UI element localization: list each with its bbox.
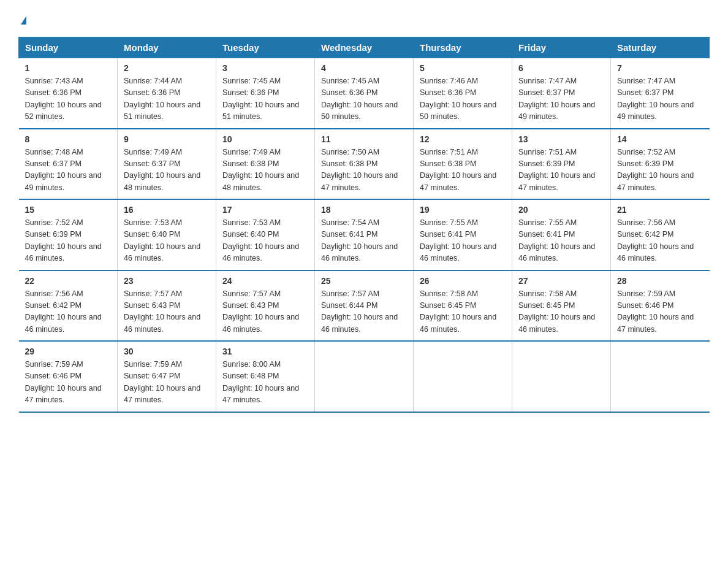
- week-row-1: 1 Sunrise: 7:43 AM Sunset: 6:36 PM Dayli…: [19, 58, 710, 129]
- day-number: 22: [25, 276, 112, 286]
- day-cell: [512, 341, 611, 412]
- day-info: Sunrise: 7:58 AM Sunset: 6:45 PM Dayligh…: [518, 288, 604, 336]
- day-cell: 4 Sunrise: 7:45 AM Sunset: 6:36 PM Dayli…: [315, 58, 414, 129]
- day-cell: 18 Sunrise: 7:54 AM Sunset: 6:41 PM Dayl…: [315, 199, 414, 270]
- day-number: 8: [25, 134, 112, 144]
- day-number: 2: [124, 63, 210, 73]
- day-info: Sunrise: 7:57 AM Sunset: 6:43 PM Dayligh…: [222, 288, 308, 336]
- day-number: 11: [321, 134, 407, 144]
- header-row: SundayMondayTuesdayWednesdayThursdayFrid…: [19, 37, 710, 58]
- day-cell: 9 Sunrise: 7:49 AM Sunset: 6:37 PM Dayli…: [118, 129, 216, 200]
- day-cell: 13 Sunrise: 7:51 AM Sunset: 6:39 PM Dayl…: [512, 129, 611, 200]
- header-friday: Friday: [512, 37, 611, 58]
- day-cell: 28 Sunrise: 7:59 AM Sunset: 6:46 PM Dayl…: [611, 270, 710, 342]
- day-info: Sunrise: 7:43 AM Sunset: 6:36 PM Dayligh…: [25, 75, 112, 123]
- day-number: 15: [25, 205, 112, 215]
- day-number: 9: [124, 134, 210, 144]
- day-number: 21: [617, 205, 703, 215]
- header-tuesday: Tuesday: [216, 37, 315, 58]
- header-saturday: Saturday: [611, 37, 710, 58]
- day-info: Sunrise: 7:47 AM Sunset: 6:37 PM Dayligh…: [617, 75, 703, 123]
- day-cell: 11 Sunrise: 7:50 AM Sunset: 6:38 PM Dayl…: [315, 129, 414, 200]
- day-cell: 20 Sunrise: 7:55 AM Sunset: 6:41 PM Dayl…: [512, 199, 611, 270]
- week-row-2: 8 Sunrise: 7:48 AM Sunset: 6:37 PM Dayli…: [19, 129, 710, 200]
- day-info: Sunrise: 8:00 AM Sunset: 6:48 PM Dayligh…: [222, 359, 308, 407]
- day-cell: 22 Sunrise: 7:56 AM Sunset: 6:42 PM Dayl…: [19, 270, 118, 342]
- day-info: Sunrise: 7:47 AM Sunset: 6:37 PM Dayligh…: [518, 75, 604, 123]
- day-cell: 2 Sunrise: 7:44 AM Sunset: 6:36 PM Dayli…: [118, 58, 216, 129]
- day-cell: [315, 341, 414, 412]
- day-number: 26: [420, 276, 506, 286]
- day-cell: 27 Sunrise: 7:58 AM Sunset: 6:45 PM Dayl…: [512, 270, 611, 342]
- day-cell: 21 Sunrise: 7:56 AM Sunset: 6:42 PM Dayl…: [611, 199, 710, 270]
- day-number: 25: [321, 276, 407, 286]
- day-info: Sunrise: 7:48 AM Sunset: 6:37 PM Dayligh…: [25, 147, 112, 194]
- day-info: Sunrise: 7:56 AM Sunset: 6:42 PM Dayligh…: [617, 217, 703, 265]
- logo: [18, 12, 26, 25]
- header-sunday: Sunday: [19, 37, 118, 58]
- day-info: Sunrise: 7:54 AM Sunset: 6:41 PM Dayligh…: [321, 217, 407, 265]
- day-number: 5: [420, 63, 506, 73]
- day-cell: 14 Sunrise: 7:52 AM Sunset: 6:39 PM Dayl…: [611, 129, 710, 200]
- day-number: 29: [25, 347, 112, 356]
- day-number: 17: [222, 205, 308, 215]
- day-cell: 3 Sunrise: 7:45 AM Sunset: 6:36 PM Dayli…: [216, 58, 315, 129]
- day-number: 18: [321, 205, 407, 215]
- day-info: Sunrise: 7:55 AM Sunset: 6:41 PM Dayligh…: [420, 217, 506, 265]
- day-info: Sunrise: 7:45 AM Sunset: 6:36 PM Dayligh…: [222, 75, 308, 123]
- day-number: 4: [321, 63, 407, 73]
- day-info: Sunrise: 7:59 AM Sunset: 6:47 PM Dayligh…: [124, 359, 210, 407]
- day-number: 31: [222, 347, 308, 356]
- day-info: Sunrise: 7:57 AM Sunset: 6:43 PM Dayligh…: [124, 288, 210, 336]
- day-info: Sunrise: 7:49 AM Sunset: 6:38 PM Dayligh…: [222, 147, 308, 194]
- page-header: [18, 12, 710, 25]
- day-cell: 30 Sunrise: 7:59 AM Sunset: 6:47 PM Dayl…: [118, 341, 216, 412]
- day-number: 16: [124, 205, 210, 215]
- day-number: 20: [518, 205, 604, 215]
- day-cell: 24 Sunrise: 7:57 AM Sunset: 6:43 PM Dayl…: [216, 270, 315, 342]
- calendar-body: 1 Sunrise: 7:43 AM Sunset: 6:36 PM Dayli…: [19, 58, 710, 412]
- day-cell: 1 Sunrise: 7:43 AM Sunset: 6:36 PM Dayli…: [19, 58, 118, 129]
- day-cell: 29 Sunrise: 7:59 AM Sunset: 6:46 PM Dayl…: [19, 341, 118, 412]
- header-monday: Monday: [118, 37, 216, 58]
- day-number: 12: [420, 134, 506, 144]
- day-info: Sunrise: 7:51 AM Sunset: 6:38 PM Dayligh…: [420, 147, 506, 194]
- day-cell: 23 Sunrise: 7:57 AM Sunset: 6:43 PM Dayl…: [118, 270, 216, 342]
- day-info: Sunrise: 7:57 AM Sunset: 6:44 PM Dayligh…: [321, 288, 407, 336]
- calendar-header: SundayMondayTuesdayWednesdayThursdayFrid…: [19, 37, 710, 58]
- day-cell: 12 Sunrise: 7:51 AM Sunset: 6:38 PM Dayl…: [414, 129, 512, 200]
- day-number: 6: [518, 63, 604, 73]
- day-info: Sunrise: 7:58 AM Sunset: 6:45 PM Dayligh…: [420, 288, 506, 336]
- day-cell: 7 Sunrise: 7:47 AM Sunset: 6:37 PM Dayli…: [611, 58, 710, 129]
- day-info: Sunrise: 7:51 AM Sunset: 6:39 PM Dayligh…: [518, 147, 604, 194]
- day-info: Sunrise: 7:59 AM Sunset: 6:46 PM Dayligh…: [617, 288, 703, 336]
- day-info: Sunrise: 7:49 AM Sunset: 6:37 PM Dayligh…: [124, 147, 210, 194]
- day-info: Sunrise: 7:50 AM Sunset: 6:38 PM Dayligh…: [321, 147, 407, 194]
- day-cell: [414, 341, 512, 412]
- day-cell: 25 Sunrise: 7:57 AM Sunset: 6:44 PM Dayl…: [315, 270, 414, 342]
- day-number: 19: [420, 205, 506, 215]
- day-info: Sunrise: 7:45 AM Sunset: 6:36 PM Dayligh…: [321, 75, 407, 123]
- day-cell: 6 Sunrise: 7:47 AM Sunset: 6:37 PM Dayli…: [512, 58, 611, 129]
- day-cell: 31 Sunrise: 8:00 AM Sunset: 6:48 PM Dayl…: [216, 341, 315, 412]
- week-row-4: 22 Sunrise: 7:56 AM Sunset: 6:42 PM Dayl…: [19, 270, 710, 342]
- day-cell: 19 Sunrise: 7:55 AM Sunset: 6:41 PM Dayl…: [414, 199, 512, 270]
- day-info: Sunrise: 7:44 AM Sunset: 6:36 PM Dayligh…: [124, 75, 210, 123]
- day-number: 24: [222, 276, 308, 286]
- day-info: Sunrise: 7:53 AM Sunset: 6:40 PM Dayligh…: [124, 217, 210, 265]
- day-number: 10: [222, 134, 308, 144]
- week-row-5: 29 Sunrise: 7:59 AM Sunset: 6:46 PM Dayl…: [19, 341, 710, 412]
- day-number: 30: [124, 347, 210, 356]
- day-info: Sunrise: 7:46 AM Sunset: 6:36 PM Dayligh…: [420, 75, 506, 123]
- day-info: Sunrise: 7:52 AM Sunset: 6:39 PM Dayligh…: [25, 217, 112, 265]
- day-cell: 15 Sunrise: 7:52 AM Sunset: 6:39 PM Dayl…: [19, 199, 118, 270]
- calendar-table: SundayMondayTuesdayWednesdayThursdayFrid…: [18, 37, 710, 413]
- day-number: 23: [124, 276, 210, 286]
- day-info: Sunrise: 7:59 AM Sunset: 6:46 PM Dayligh…: [25, 359, 112, 407]
- day-info: Sunrise: 7:52 AM Sunset: 6:39 PM Dayligh…: [617, 147, 703, 194]
- day-number: 13: [518, 134, 604, 144]
- week-row-3: 15 Sunrise: 7:52 AM Sunset: 6:39 PM Dayl…: [19, 199, 710, 270]
- header-wednesday: Wednesday: [315, 37, 414, 58]
- day-number: 1: [25, 63, 112, 73]
- day-cell: 10 Sunrise: 7:49 AM Sunset: 6:38 PM Dayl…: [216, 129, 315, 200]
